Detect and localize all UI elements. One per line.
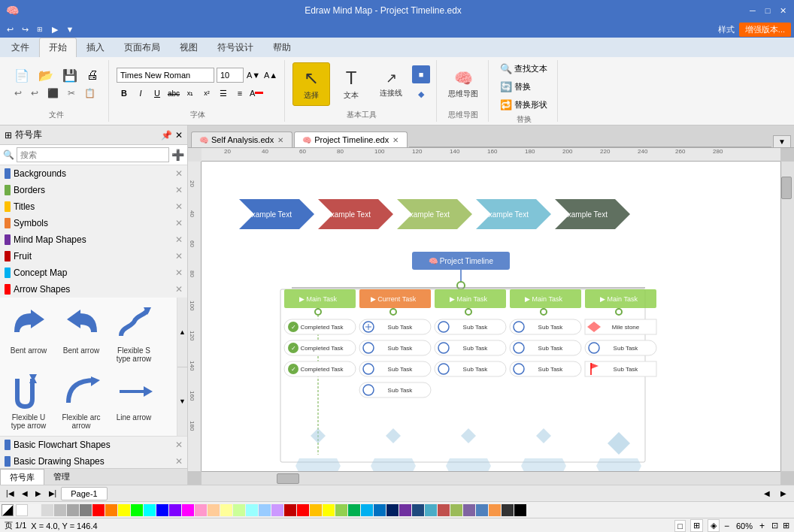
arrow-scroll-down[interactable]: ▼ bbox=[177, 367, 187, 437]
section-concept[interactable]: Concept Map ✕ bbox=[0, 264, 187, 281]
tab-symbol-design[interactable]: 符号设计 bbox=[208, 38, 263, 57]
timeline-title-box[interactable]: 🧠 Project Timeline bbox=[412, 252, 510, 270]
scroll-right-btn[interactable]: ▶ bbox=[776, 488, 791, 499]
strikethrough-button[interactable]: abc bbox=[166, 86, 181, 101]
file-btn-3[interactable]: ⬛ bbox=[44, 85, 62, 101]
chevron-3[interactable]: Example Text bbox=[397, 199, 472, 229]
color-blue[interactable] bbox=[156, 504, 168, 516]
panel-pin-button[interactable]: 📌 bbox=[161, 130, 172, 141]
color-rose[interactable] bbox=[438, 504, 450, 516]
color-purple[interactable] bbox=[169, 504, 181, 516]
zoom-out-btn[interactable]: − bbox=[724, 521, 729, 531]
color-yellow[interactable] bbox=[118, 504, 130, 516]
backgrounds-close[interactable]: ✕ bbox=[175, 168, 183, 179]
file-btn-4[interactable]: ✂ bbox=[64, 85, 79, 101]
text-button[interactable]: T 文本 bbox=[332, 62, 370, 106]
tab-close-2[interactable]: ✕ bbox=[392, 136, 399, 144]
sub-task-3-3[interactable]: Sub Task bbox=[435, 361, 506, 376]
replace-shape-button[interactable]: 🔁 替换形状 bbox=[496, 96, 551, 113]
color-mauve[interactable] bbox=[463, 504, 475, 516]
mindmap-close[interactable]: ✕ bbox=[175, 234, 183, 245]
arrow-shape-bent-right[interactable]: Bent arrow bbox=[3, 301, 54, 366]
scrollbar-h-thumb[interactable] bbox=[277, 473, 299, 484]
color-lt-cyan[interactable] bbox=[246, 504, 258, 516]
scrollbar-v-thumb[interactable] bbox=[781, 177, 792, 199]
arrow-shape-bent-left[interactable]: Bent arrow bbox=[56, 301, 107, 366]
milestone-task[interactable]: Mile stone bbox=[585, 319, 656, 334]
file-btn-1[interactable]: ↩ bbox=[11, 85, 26, 101]
color-violet[interactable] bbox=[399, 504, 411, 516]
arrow-shape-flexible-s[interactable]: Flexible Stype arrow bbox=[108, 301, 159, 366]
fruit-close[interactable]: ✕ bbox=[175, 251, 183, 261]
tab-help[interactable]: 帮助 bbox=[263, 38, 301, 57]
page-nav-first[interactable]: |◀ bbox=[3, 488, 17, 499]
color-1[interactable] bbox=[29, 504, 41, 516]
color-cornflower[interactable] bbox=[476, 504, 488, 516]
underline-button[interactable]: U bbox=[150, 86, 165, 101]
sub-task-3-2[interactable]: Sub Task bbox=[435, 340, 506, 355]
color-orange[interactable] bbox=[105, 504, 117, 516]
maximize-button[interactable]: □ bbox=[762, 5, 773, 16]
color-amber[interactable] bbox=[310, 504, 322, 516]
shape-btn-2[interactable]: ◆ bbox=[412, 86, 430, 104]
arrow-shape-flexible-arc[interactable]: Flexible arcarrow bbox=[56, 367, 107, 433]
color-dark-red[interactable] bbox=[284, 504, 296, 516]
color-white[interactable] bbox=[16, 504, 28, 516]
color-sky[interactable] bbox=[361, 504, 373, 516]
minimize-button[interactable]: ─ bbox=[747, 5, 758, 16]
drawing-close[interactable]: ✕ bbox=[175, 456, 183, 467]
symbol-search-input[interactable] bbox=[17, 147, 169, 162]
chevron-5[interactable]: Example Text bbox=[555, 199, 630, 229]
color-lime[interactable] bbox=[335, 504, 347, 516]
view-btn-1[interactable]: □ bbox=[674, 520, 686, 532]
flowchart-close[interactable]: ✕ bbox=[175, 440, 183, 450]
scrollbar-vertical[interactable] bbox=[780, 162, 794, 471]
sub-task-2-1[interactable]: Sub Task bbox=[359, 319, 431, 334]
page-nav-last[interactable]: ▶| bbox=[46, 488, 60, 499]
find-text-button[interactable]: 🔍 查找文本 bbox=[496, 60, 551, 77]
color-dk-blue[interactable] bbox=[412, 504, 424, 516]
tab-file[interactable]: 文件 bbox=[2, 38, 39, 57]
tab-home[interactable]: 开始 bbox=[39, 38, 77, 57]
color-4[interactable] bbox=[67, 504, 79, 516]
color-lt-yellow[interactable] bbox=[220, 504, 232, 516]
shape-btn-1[interactable]: ■ bbox=[412, 65, 430, 83]
search-add-button[interactable]: ➕ bbox=[171, 149, 184, 161]
view-btn-3[interactable]: ◈ bbox=[708, 519, 720, 532]
align-left-button[interactable]: ☰ bbox=[216, 86, 231, 101]
sub-task-2-3[interactable]: Sub Task bbox=[359, 361, 431, 376]
bold-button[interactable]: B bbox=[117, 86, 132, 101]
qa-btn-5[interactable]: ▼ bbox=[63, 23, 77, 36]
color-red[interactable] bbox=[92, 504, 105, 516]
italic-button[interactable]: I bbox=[133, 86, 148, 101]
color-5[interactable] bbox=[80, 504, 92, 516]
sub-task-4-1[interactable]: Sub Task bbox=[510, 319, 581, 334]
footer-tab-library[interactable]: 符号库 bbox=[0, 469, 44, 485]
symbols-close[interactable]: ✕ bbox=[175, 218, 183, 228]
sub-task-5-2[interactable]: Sub Task bbox=[585, 340, 656, 355]
color-peach[interactable] bbox=[208, 504, 220, 516]
sub-task-2-4[interactable]: Sub Task bbox=[359, 382, 431, 397]
section-symbols[interactable]: Symbols ✕ bbox=[0, 215, 187, 231]
section-backgrounds[interactable]: Backgrounds ✕ bbox=[0, 165, 187, 182]
qa-btn-4[interactable]: ▶ bbox=[48, 23, 62, 36]
color-magenta[interactable] bbox=[182, 504, 194, 516]
arrow-close[interactable]: ✕ bbox=[175, 284, 183, 295]
close-button[interactable]: ✕ bbox=[777, 5, 788, 16]
color-dk-grey[interactable] bbox=[502, 504, 514, 516]
qa-btn-3[interactable]: ⊞ bbox=[33, 23, 47, 36]
replace-button[interactable]: 🔄 替换 bbox=[496, 78, 551, 95]
tab-self-analysis[interactable]: 🧠 Self Analysis.edx ✕ bbox=[191, 131, 292, 147]
completed-task-1[interactable]: ✓ Completed Task bbox=[284, 319, 356, 334]
borders-close[interactable]: ✕ bbox=[175, 185, 183, 195]
color-dk-orange[interactable] bbox=[489, 504, 501, 516]
view-btn-2[interactable]: ⊞ bbox=[690, 519, 703, 532]
superscript-button[interactable]: x² bbox=[199, 86, 214, 101]
page-nav-prev[interactable]: ◀ bbox=[19, 488, 31, 499]
flag-task[interactable]: Sub Task bbox=[585, 361, 656, 376]
font-decrease-btn[interactable]: A▼ bbox=[246, 68, 261, 83]
style-button[interactable]: 增强版本... bbox=[739, 23, 791, 37]
section-basic-flowchart[interactable]: Basic Flowchart Shapes ✕ bbox=[0, 437, 187, 453]
titles-close[interactable]: ✕ bbox=[175, 201, 183, 212]
color-green[interactable] bbox=[131, 504, 143, 516]
